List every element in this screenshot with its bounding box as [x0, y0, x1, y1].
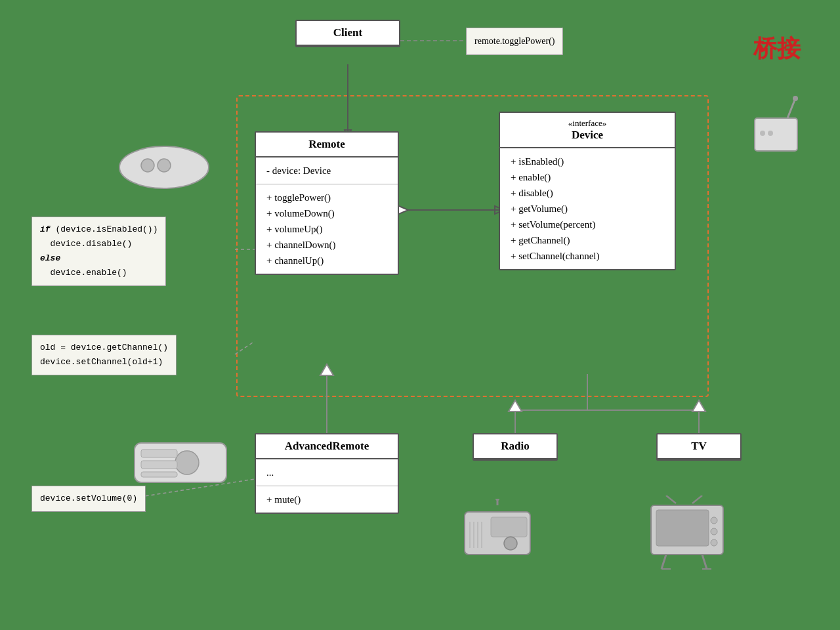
tv-class-header: TV: [658, 434, 740, 459]
svg-rect-24: [141, 450, 177, 457]
get-channel-call: old = device.getChannel(): [40, 341, 168, 355]
remote-method-1: + togglePower(): [266, 190, 387, 205]
svg-line-17: [235, 341, 255, 354]
svg-rect-26: [141, 472, 177, 477]
remote-class-name: Remote: [308, 138, 345, 150]
svg-rect-44: [656, 510, 709, 546]
advanced-remote-class-header: AdvancedRemote: [256, 434, 398, 459]
svg-point-31: [768, 131, 773, 136]
remote-method-5: + channelUp(): [266, 253, 387, 268]
svg-line-41: [666, 495, 676, 503]
svg-marker-9: [320, 364, 333, 375]
svg-rect-25: [141, 461, 177, 469]
svg-rect-39: [491, 517, 527, 537]
if-condition: (device.isEnabled()): [51, 224, 158, 234]
device-stereotype: «interface»: [511, 118, 664, 129]
bridge-label: 桥接: [753, 33, 801, 65]
if-else-note: if (device.isEnabled()) device.disable()…: [32, 217, 166, 286]
svg-line-42: [692, 495, 702, 503]
device-method-6: + getChannel(): [511, 232, 664, 248]
advanced-remote-fields-section: ...: [256, 459, 398, 486]
remote-class-header: Remote: [256, 133, 398, 158]
svg-point-40: [504, 537, 517, 550]
remote-method-3: + volumeUp(): [266, 221, 387, 237]
toggle-power-note: remote.togglePower(): [466, 28, 563, 55]
remote-method-4: + channelDown(): [266, 237, 387, 253]
svg-point-30: [760, 131, 765, 136]
advanced-remote-ellipsis: ...: [266, 465, 387, 480]
client-class-box: Client: [295, 20, 400, 47]
client-class-name: Client: [333, 26, 362, 39]
remote-methods-section: + togglePower() + volumeDown() + volumeU…: [256, 184, 398, 274]
set-channel-call: device.setChannel(old+1): [40, 355, 168, 369]
svg-point-20: [141, 159, 154, 172]
radio-class-box: Radio: [472, 433, 558, 461]
tv-icon: [643, 495, 735, 574]
svg-point-23: [175, 451, 199, 474]
device-class-name: Device: [572, 129, 603, 141]
advanced-remote-class-name: AdvancedRemote: [285, 440, 369, 452]
remote-method-2: + volumeDown(): [266, 205, 387, 221]
if-keyword: if: [40, 224, 51, 234]
remote-control-icon: [112, 138, 217, 197]
client-class-header: Client: [297, 21, 399, 46]
device-class-box: «interface» Device + isEnabled() + enabl…: [499, 112, 676, 270]
device-method-2: + enable(): [511, 169, 664, 185]
advanced-remote-class-box: AdvancedRemote ... + mute(): [255, 433, 399, 514]
radio-class-header: Radio: [474, 434, 556, 459]
device-method-4: + getVolume(): [511, 201, 664, 217]
remote-field-device: - device: Device: [266, 163, 387, 178]
svg-point-33: [495, 499, 499, 501]
svg-point-46: [711, 528, 717, 535]
toggle-power-note-text: remote.togglePower(): [474, 36, 555, 46]
svg-point-47: [711, 539, 717, 546]
tv-class-name: TV: [691, 440, 707, 452]
svg-point-29: [793, 96, 798, 101]
advanced-remote-methods-section: + mute(): [256, 486, 398, 513]
svg-point-45: [711, 517, 717, 524]
tv-class-box: TV: [656, 433, 742, 461]
device-methods-section: + isEnabled() + enable() + disable() + g…: [500, 148, 675, 269]
svg-line-28: [788, 98, 795, 118]
router-icon: [748, 95, 807, 161]
advanced-remote-method-1: + mute(): [266, 492, 387, 507]
svg-marker-15: [692, 400, 705, 411]
remote-fields-section: - device: Device: [256, 158, 398, 184]
device-method-5: + setVolume(percent): [511, 217, 664, 232]
channel-note: old = device.getChannel() device.setChan…: [32, 335, 177, 375]
remote-class-box: Remote - device: Device + togglePower() …: [255, 131, 399, 275]
disable-call: device.disable(): [40, 237, 158, 251]
device-method-7: + setChannel(channel): [511, 248, 664, 264]
enable-call: device.enable(): [40, 266, 158, 280]
radio-class-name: Radio: [501, 440, 529, 452]
diagram-container: 桥接: [0, 0, 840, 630]
svg-line-49: [702, 555, 707, 569]
device-method-3: + disable(): [511, 185, 664, 201]
else-keyword: else: [40, 253, 60, 263]
radio-icon: [458, 499, 537, 564]
device-method-1: + isEnabled(): [511, 154, 664, 169]
device-class-header: «interface» Device: [500, 113, 675, 148]
svg-line-48: [662, 555, 666, 569]
advanced-remote-icon: [121, 427, 240, 499]
svg-point-21: [158, 159, 171, 172]
svg-marker-13: [509, 400, 522, 411]
